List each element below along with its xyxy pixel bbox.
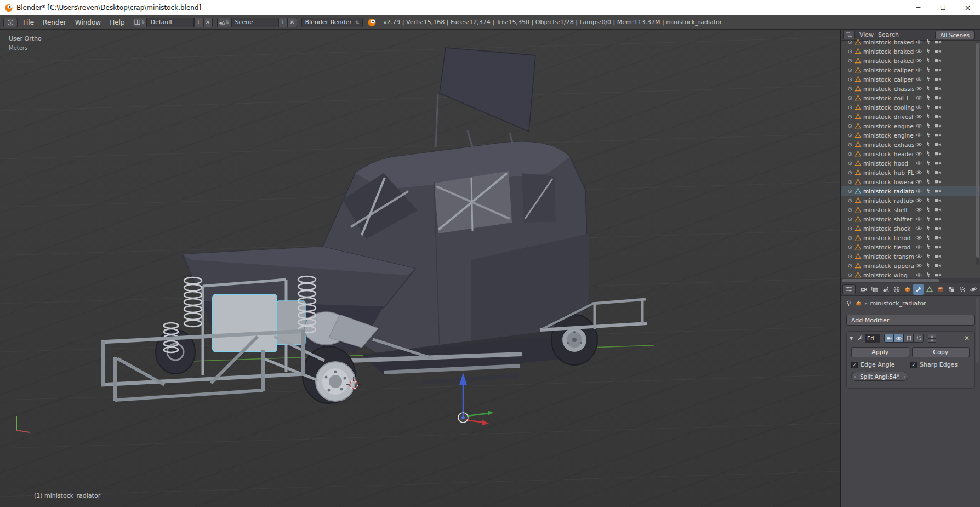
- selectability-cursor-icon[interactable]: [924, 243, 932, 250]
- tab-texture[interactable]: [946, 284, 956, 295]
- selectability-cursor-icon[interactable]: [924, 197, 932, 204]
- tab-material[interactable]: [935, 284, 945, 295]
- split-angle-slider[interactable]: ‹ Split Angl:54° ›: [851, 372, 908, 381]
- outliner-item[interactable]: ministock_shock_F: [841, 224, 980, 233]
- renderability-camera-icon[interactable]: [933, 159, 942, 167]
- renderability-camera-icon[interactable]: [933, 57, 942, 64]
- outliner-item[interactable]: ministock_brakedru: [841, 56, 980, 65]
- renderability-camera-icon[interactable]: [933, 94, 942, 101]
- outliner-item[interactable]: ministock_exhaust: [841, 140, 980, 149]
- expand-icon[interactable]: [847, 58, 854, 64]
- tab-object-data[interactable]: [924, 284, 935, 295]
- visibility-eye-icon[interactable]: [915, 48, 923, 55]
- outliner-horizontal-scrollbar[interactable]: [841, 278, 980, 283]
- tab-modifiers[interactable]: [913, 284, 924, 295]
- expand-icon[interactable]: [847, 77, 854, 82]
- expand-icon[interactable]: [847, 142, 854, 147]
- visibility-eye-icon[interactable]: [915, 141, 923, 148]
- tab-particles[interactable]: [957, 284, 967, 295]
- selectability-cursor-icon[interactable]: [924, 215, 932, 223]
- object-name[interactable]: ministock_shifter_M: [863, 216, 914, 223]
- selectability-cursor-icon[interactable]: [924, 94, 932, 101]
- object-name[interactable]: ministock_chassis: [863, 86, 914, 92]
- expand-icon[interactable]: [847, 179, 854, 185]
- object-name[interactable]: ministock_wing: [863, 272, 914, 278]
- renderability-camera-icon[interactable]: [933, 253, 942, 260]
- outliner-item[interactable]: ministock_transmis: [841, 252, 980, 261]
- selectability-cursor-icon[interactable]: [924, 85, 932, 92]
- selectability-cursor-icon[interactable]: [924, 253, 932, 260]
- outliner-item[interactable]: ministock_brakedru: [841, 47, 980, 56]
- menu-window[interactable]: Window: [75, 19, 101, 26]
- object-name[interactable]: ministock_caliper_F: [863, 67, 914, 73]
- outliner-item[interactable]: ministock_shell: [841, 205, 980, 214]
- object-name[interactable]: ministock_coil_F: [863, 95, 914, 101]
- renderability-camera-icon[interactable]: [933, 113, 942, 120]
- outliner-item[interactable]: ministock_wing: [841, 270, 980, 278]
- selectability-cursor-icon[interactable]: [924, 178, 932, 185]
- viewport-canvas[interactable]: [0, 30, 840, 507]
- properties-scrollbar[interactable]: [976, 297, 979, 363]
- selectability-cursor-icon[interactable]: [924, 206, 932, 213]
- render-engine-dropdown[interactable]: Blender Render ⇅: [301, 18, 363, 27]
- expand-icon[interactable]: [847, 263, 854, 269]
- outliner-item[interactable]: ministock_header: [841, 149, 980, 158]
- add-scene-button[interactable]: +: [278, 18, 288, 27]
- 3d-viewport[interactable]: User Ortho Meters (1) ministock_radiator: [0, 30, 840, 507]
- renderability-camera-icon[interactable]: [933, 66, 942, 73]
- visibility-eye-icon[interactable]: [915, 253, 923, 260]
- close-button[interactable]: ×: [955, 0, 980, 15]
- modifier-move-up-button[interactable]: ▲: [928, 334, 936, 338]
- expand-icon[interactable]: [847, 95, 854, 101]
- selectability-cursor-icon[interactable]: [924, 234, 932, 241]
- outliner-item[interactable]: ministock_hub_FL: [841, 168, 980, 177]
- outliner-item[interactable]: ministock_tierod_F: [841, 233, 980, 242]
- expand-icon[interactable]: [847, 235, 854, 241]
- visibility-eye-icon[interactable]: [915, 225, 923, 232]
- expand-icon[interactable]: [847, 272, 854, 278]
- visibility-eye-icon[interactable]: [915, 113, 923, 120]
- minimize-button[interactable]: ─: [906, 0, 931, 15]
- toggle-editmode-button[interactable]: [904, 334, 914, 343]
- expand-icon[interactable]: [847, 189, 854, 194]
- object-name[interactable]: ministock_hub_FL: [863, 169, 914, 176]
- object-name[interactable]: ministock_exhaust: [863, 141, 914, 148]
- selectability-cursor-icon[interactable]: [924, 225, 932, 232]
- visibility-eye-icon[interactable]: [915, 234, 923, 241]
- renderability-camera-icon[interactable]: [933, 215, 942, 223]
- copy-button[interactable]: Copy: [912, 347, 970, 357]
- object-name[interactable]: ministock_engine_1: [863, 123, 914, 129]
- expand-icon[interactable]: [847, 39, 854, 45]
- toggle-cage-button[interactable]: [914, 334, 924, 343]
- object-name[interactable]: ministock_header: [863, 151, 914, 157]
- maximize-button[interactable]: ☐: [931, 0, 955, 15]
- outliner-item[interactable]: ministock_chassis: [841, 84, 980, 93]
- delete-scene-button[interactable]: ✕: [288, 18, 297, 27]
- visibility-eye-icon[interactable]: [915, 66, 923, 73]
- renderability-camera-icon[interactable]: [933, 141, 942, 148]
- tab-render-layers[interactable]: [869, 284, 880, 295]
- outliner-item[interactable]: ministock_shifter_M: [841, 214, 980, 224]
- visibility-eye-icon[interactable]: [915, 104, 923, 111]
- renderability-camera-icon[interactable]: [933, 169, 942, 176]
- properties-editor-type-button[interactable]: [842, 284, 856, 294]
- renderability-camera-icon[interactable]: [933, 234, 942, 241]
- selectability-cursor-icon[interactable]: [924, 48, 932, 55]
- expand-icon[interactable]: [847, 86, 854, 92]
- selectability-cursor-icon[interactable]: [924, 271, 932, 278]
- outliner-item[interactable]: ministock_lowerarm: [841, 177, 980, 186]
- renderability-camera-icon[interactable]: [933, 132, 942, 139]
- scene-name-field[interactable]: Scene: [231, 18, 278, 27]
- expand-icon[interactable]: [847, 207, 854, 213]
- visibility-eye-icon[interactable]: [915, 76, 923, 83]
- visibility-eye-icon[interactable]: [915, 85, 923, 92]
- outliner-item[interactable]: ministock_caliper_F: [841, 65, 980, 75]
- expand-icon[interactable]: [847, 123, 854, 129]
- outliner-vertical-scrollbar[interactable]: [976, 42, 979, 265]
- object-name[interactable]: ministock_hood: [863, 160, 914, 167]
- expand-icon[interactable]: [847, 67, 854, 73]
- add-modifier-dropdown[interactable]: Add Modifier: [846, 315, 975, 326]
- visibility-eye-icon[interactable]: [915, 132, 923, 139]
- visibility-eye-icon[interactable]: [915, 150, 923, 157]
- tab-world[interactable]: [891, 284, 902, 295]
